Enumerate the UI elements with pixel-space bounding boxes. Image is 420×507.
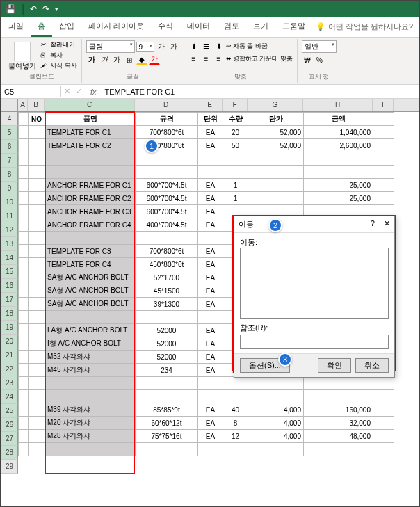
- cell[interactable]: EA: [198, 179, 223, 192]
- cell[interactable]: [19, 232, 29, 245]
- tell-me[interactable]: 💡 어떤 작업을 원하시나요?: [316, 17, 419, 37]
- cell[interactable]: EA: [198, 364, 223, 377]
- dialog-close-icon[interactable]: ✕: [384, 219, 390, 227]
- cell[interactable]: 75*75*16t: [136, 430, 198, 443]
- cell[interactable]: [198, 443, 223, 456]
- cell[interactable]: 4,000: [248, 417, 304, 430]
- dialog-cancel-button[interactable]: 취소: [355, 358, 389, 373]
- wrap-text-button[interactable]: ↩자동 줄 바꿈: [226, 42, 268, 51]
- currency-button[interactable]: ₩: [302, 54, 313, 65]
- header-cell[interactable]: [373, 113, 394, 126]
- tab-review[interactable]: 검토: [217, 17, 246, 37]
- name-box[interactable]: C5: [1, 86, 61, 97]
- cell[interactable]: [248, 192, 304, 205]
- table-row[interactable]: [19, 152, 394, 166]
- tab-file[interactable]: 파일: [1, 17, 31, 37]
- cell[interactable]: [136, 232, 198, 245]
- cell[interactable]: [373, 192, 394, 205]
- cell[interactable]: [136, 390, 198, 403]
- cell[interactable]: [136, 443, 198, 456]
- cell[interactable]: SA형 A/C ANCHOR BOLT: [45, 271, 136, 284]
- cell[interactable]: [19, 166, 29, 179]
- cell[interactable]: ANCHOR FRAME FOR C2: [45, 192, 136, 205]
- cell[interactable]: [19, 324, 29, 337]
- dialog-ok-button[interactable]: 확인: [318, 358, 351, 373]
- header-cell[interactable]: 수량: [223, 113, 248, 126]
- table-row[interactable]: [19, 166, 394, 179]
- table-row[interactable]: TEMPLATE FOR C1700*800*6tEA2052,0001,040…: [19, 126, 394, 139]
- cell[interactable]: 160,000: [304, 403, 373, 417]
- align-top-button[interactable]: ⬆: [188, 40, 200, 51]
- cell[interactable]: 48,000: [304, 430, 373, 443]
- number-format-combo[interactable]: 일반: [302, 40, 337, 53]
- cell[interactable]: EA: [198, 245, 223, 258]
- col-header-G[interactable]: G: [248, 99, 303, 111]
- cell[interactable]: [373, 179, 394, 192]
- cell[interactable]: 45*1500: [136, 284, 198, 298]
- cell[interactable]: 8: [223, 417, 248, 430]
- percent-button[interactable]: %: [314, 54, 325, 65]
- cell[interactable]: [29, 258, 45, 271]
- cell[interactable]: [29, 284, 45, 298]
- cell[interactable]: [19, 179, 29, 192]
- cell[interactable]: [19, 258, 29, 271]
- cell[interactable]: [29, 179, 45, 192]
- cell[interactable]: [29, 351, 45, 364]
- underline-button[interactable]: 가: [111, 54, 122, 65]
- header-cell[interactable]: 단가: [248, 113, 304, 126]
- cell[interactable]: TEMPLATE FOR C1: [45, 126, 136, 139]
- row-header[interactable]: 25: [1, 404, 18, 418]
- cell[interactable]: [136, 311, 198, 324]
- cell[interactable]: [29, 205, 45, 218]
- cell[interactable]: [136, 152, 198, 166]
- grow-font-button[interactable]: 가: [156, 41, 167, 52]
- cell[interactable]: EA: [198, 337, 223, 351]
- cell[interactable]: [29, 324, 45, 337]
- redo-icon[interactable]: ↷: [42, 4, 49, 14]
- cell[interactable]: [29, 417, 45, 430]
- cell[interactable]: [29, 139, 45, 152]
- cell[interactable]: 52,000: [248, 139, 304, 152]
- merge-center-button[interactable]: ⬌병합하고 가운데 맞춤: [226, 54, 293, 63]
- cell[interactable]: TEMPLATE FOR C4: [45, 258, 136, 271]
- cell[interactable]: [19, 364, 29, 377]
- cell[interactable]: [19, 271, 29, 284]
- cell[interactable]: 52*1700: [136, 271, 198, 284]
- cell[interactable]: EA: [198, 192, 223, 205]
- cell[interactable]: 25,000: [304, 179, 373, 192]
- cell[interactable]: [29, 152, 45, 166]
- tab-data[interactable]: 데이터: [180, 17, 217, 37]
- table-row[interactable]: ANCHOR FRAME FOR C1600*700*4.5tEA125,000: [19, 179, 394, 192]
- cell[interactable]: [304, 377, 373, 390]
- cell[interactable]: [373, 443, 394, 456]
- row-header[interactable]: 18: [1, 307, 18, 321]
- cell[interactable]: EA: [198, 324, 223, 337]
- cell[interactable]: [248, 390, 304, 403]
- align-right-button[interactable]: ≡: [213, 53, 225, 64]
- cell[interactable]: [198, 377, 223, 390]
- cell[interactable]: [19, 152, 29, 166]
- cell[interactable]: 700*800*6t: [136, 126, 198, 139]
- cell[interactable]: 85*85*9t: [136, 403, 198, 417]
- cell[interactable]: [373, 403, 394, 417]
- cell[interactable]: [136, 166, 198, 179]
- cell[interactable]: EA: [198, 298, 223, 311]
- cell[interactable]: [29, 430, 45, 443]
- cell[interactable]: EA: [198, 271, 223, 284]
- cell[interactable]: [223, 443, 248, 456]
- cell[interactable]: EA: [198, 258, 223, 271]
- align-middle-button[interactable]: ☰: [201, 40, 212, 51]
- tab-formulas[interactable]: 수식: [151, 17, 180, 37]
- dialog-reference-input[interactable]: [240, 335, 389, 349]
- cell[interactable]: 600*700*4.5t: [136, 205, 198, 218]
- cell[interactable]: 1: [223, 179, 248, 192]
- cell[interactable]: [223, 152, 248, 166]
- select-all-corner[interactable]: [1, 99, 18, 111]
- cell[interactable]: 2,600,000: [304, 139, 373, 152]
- row-header[interactable]: 4: [1, 112, 18, 126]
- row-header[interactable]: 9: [1, 182, 18, 195]
- cell[interactable]: [19, 126, 29, 139]
- row-header[interactable]: 27: [1, 432, 18, 446]
- font-name-combo[interactable]: 굴림: [86, 40, 135, 53]
- cut-button[interactable]: ✂잘라내기: [40, 40, 77, 49]
